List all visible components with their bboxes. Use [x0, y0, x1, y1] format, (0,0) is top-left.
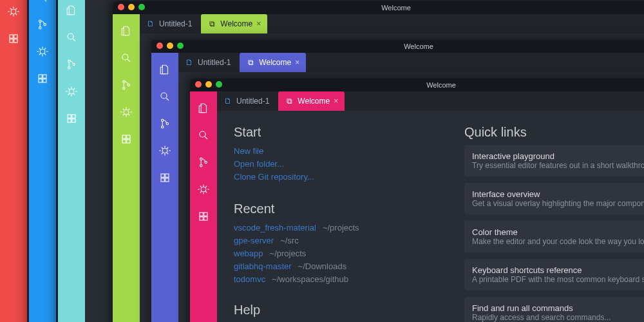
search-icon[interactable] — [29, 0, 56, 10]
vscode-icon: ⧉ — [285, 97, 294, 106]
vscode-icon: ⧉ — [207, 19, 216, 28]
git-icon[interactable] — [190, 149, 217, 175]
tab-welcome[interactable]: ⧉ Welcome × — [240, 53, 306, 72]
recent-name: gpe-server — [234, 236, 274, 245]
tab-label: Untitled-1 — [159, 19, 192, 28]
file-icon: 🗋 — [185, 58, 194, 67]
search-icon[interactable] — [151, 84, 178, 109]
traffic-close[interactable] — [195, 81, 202, 88]
welcome-page: Start New file Open folder... Clone Git … — [217, 111, 644, 322]
file-icon: 🗋 — [146, 19, 155, 28]
tab-bar: 🗋 Untitled-1 ⧉ Welcome × ◫ ⋯ — [140, 14, 644, 33]
tab-untitled[interactable]: 🗋 Untitled-1 — [140, 14, 198, 33]
traffic-max[interactable] — [216, 81, 222, 88]
recent-item[interactable]: webapp~/projects — [234, 247, 445, 260]
activity-bar[interactable] — [151, 53, 178, 322]
debug-icon[interactable] — [113, 99, 140, 125]
git-icon[interactable] — [151, 111, 178, 137]
extensions-icon[interactable] — [151, 165, 178, 191]
quicklink-card[interactable]: Color themeMake the editor and your code… — [464, 221, 644, 252]
debug-icon[interactable] — [151, 138, 178, 164]
tab-welcome[interactable]: ⧉ Welcome × — [201, 14, 267, 33]
activity-bar[interactable] — [113, 14, 140, 322]
tab-label: Untitled-1 — [198, 58, 231, 67]
quicklink-title: Color theme — [472, 227, 644, 237]
tab-untitled[interactable]: 🗋 Untitled-1 — [178, 53, 237, 72]
quicklink-title: Find and run all commands — [472, 303, 644, 313]
recent-item[interactable]: gitlabhq-master~/Downloads — [234, 260, 445, 273]
quicklink-card[interactable]: Interface overviewGet a visual overlay h… — [464, 183, 644, 214]
titlebar: Welcome — [190, 79, 644, 91]
quicklink-card[interactable]: Interactive playgroundTry essential edit… — [464, 145, 644, 176]
files-icon[interactable] — [113, 18, 140, 44]
recent-path: ~/workspaces/github — [272, 274, 348, 284]
help-heading: Help — [234, 303, 445, 317]
quicklinks-heading: Quick links — [464, 125, 644, 140]
tab-bar: 🗋 Untitled-1 ⧉ Welcome × ◫ ⋯ — [178, 53, 644, 72]
window-controls[interactable] — [118, 4, 145, 10]
search-icon[interactable] — [113, 45, 140, 71]
extensions-icon[interactable] — [0, 26, 27, 52]
quicklink-desc: Try essential editor features out in a s… — [472, 161, 644, 170]
window-title: Welcome — [381, 4, 411, 12]
activity-bar[interactable] — [58, 0, 85, 322]
activity-bar[interactable] — [29, 0, 56, 322]
tab-label: Untitled-1 — [236, 97, 269, 106]
activity-bar[interactable] — [190, 91, 217, 322]
quicklink-desc: Get a visual overlay highlighting the ma… — [472, 199, 644, 208]
traffic-min[interactable] — [205, 81, 212, 88]
recent-name: vscode_fresh-material — [234, 223, 316, 232]
extensions-icon[interactable] — [190, 204, 217, 229]
open-folder-link[interactable]: Open folder... — [234, 158, 445, 171]
titlebar: Welcome — [151, 40, 644, 53]
git-icon[interactable] — [58, 52, 85, 77]
extensions-icon[interactable] — [58, 106, 85, 131]
titlebar: Welcome — [113, 1, 644, 14]
recent-name: gitlabhq-master — [234, 261, 292, 271]
recent-heading: Recent — [234, 202, 445, 216]
search-icon[interactable] — [190, 122, 217, 148]
start-heading: Start — [234, 125, 445, 140]
close-icon[interactable]: × — [256, 19, 261, 28]
recent-item[interactable]: todomvc~/workspaces/github — [234, 273, 445, 286]
files-icon[interactable] — [151, 57, 178, 82]
files-icon[interactable] — [190, 95, 217, 121]
debug-icon[interactable] — [29, 39, 56, 64]
clone-repo-link[interactable]: Clone Git repository... — [234, 171, 445, 184]
recent-name: todomvc — [234, 274, 265, 284]
extensions-icon[interactable] — [29, 66, 56, 91]
close-icon[interactable]: × — [334, 97, 338, 106]
recent-path: ~/Downloads — [298, 261, 347, 271]
quicklink-desc: A printable PDF with the most common key… — [472, 275, 644, 284]
debug-icon[interactable] — [190, 176, 217, 202]
recent-item[interactable]: vscode_fresh-material~/projects — [234, 222, 445, 234]
window-controls[interactable] — [156, 43, 184, 49]
recent-path: ~/projects — [270, 249, 307, 258]
debug-icon[interactable] — [0, 0, 27, 24]
recent-path: ~/projects — [323, 223, 359, 232]
search-icon[interactable] — [58, 24, 85, 50]
vscode-icon: ⧉ — [246, 58, 255, 67]
recent-name: webapp — [234, 249, 263, 258]
quicklink-desc: Make the editor and your code look the w… — [472, 237, 644, 246]
window-controls[interactable] — [195, 81, 222, 88]
quicklink-card[interactable]: Keyboard shortcuts referenceA printable … — [464, 259, 644, 290]
git-icon[interactable] — [29, 12, 56, 37]
tab-welcome[interactable]: ⧉ Welcome × — [278, 91, 345, 111]
window-title: Welcome — [426, 81, 456, 89]
close-icon[interactable]: × — [295, 58, 299, 67]
tab-untitled[interactable]: 🗋 Untitled-1 — [217, 91, 276, 111]
extensions-icon[interactable] — [113, 126, 140, 152]
quicklink-desc: Rapidly access and search commands... — [472, 313, 644, 322]
recent-item[interactable]: gpe-server~/src — [234, 234, 445, 247]
activity-bar[interactable] — [0, 0, 27, 322]
tab-label: Welcome — [259, 58, 291, 67]
tab-label: Welcome — [298, 97, 330, 106]
git-icon[interactable] — [113, 72, 140, 98]
quicklink-card[interactable]: Find and run all commandsRapidly access … — [464, 297, 644, 322]
quicklink-title: Interactive playground — [472, 151, 644, 161]
quicklink-title: Interface overview — [472, 189, 644, 199]
debug-icon[interactable] — [58, 79, 85, 104]
new-file-link[interactable]: New file — [234, 145, 445, 158]
files-icon[interactable] — [58, 0, 85, 23]
